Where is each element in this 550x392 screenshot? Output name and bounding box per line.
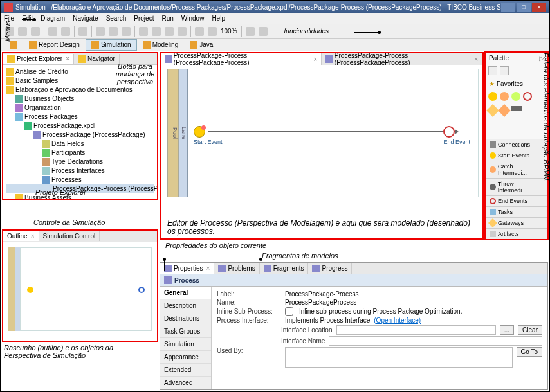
menu-help[interactable]: Help (212, 15, 225, 22)
palette-category-throw[interactable]: Throw Intermedi... (486, 178, 547, 195)
project-tree[interactable]: Análise de CréditoBasic SamplesElaboraçã… (3, 65, 157, 199)
gateway-icon[interactable] (486, 104, 499, 117)
select-tool-icon[interactable] (488, 66, 497, 75)
view-tab-progress[interactable]: Progress (308, 263, 352, 274)
close-button[interactable]: × (532, 3, 546, 12)
favorites-header[interactable]: ★ Favorites (486, 78, 547, 89)
tree-node[interactable]: Basic Samples (6, 76, 154, 85)
tree-node[interactable]: ProcessPackage-Process (ProcessPackagePr… (6, 184, 154, 193)
intermediate-event-icon[interactable] (500, 92, 509, 101)
lane-header[interactable]: Lane (179, 69, 188, 197)
run-icon[interactable] (61, 27, 70, 36)
tree-node[interactable]: Type Declarations (6, 157, 154, 166)
pool-header[interactable]: Pool (167, 69, 179, 197)
palette-category-catch[interactable]: Catch Intermedi... (486, 161, 547, 178)
close-icon[interactable]: × (66, 55, 69, 62)
align-icon[interactable] (178, 27, 187, 36)
align-icon[interactable] (165, 27, 174, 36)
end-event[interactable]: End Event (443, 126, 470, 145)
menu-search[interactable]: Search (106, 15, 127, 22)
palette-category-conn[interactable]: Connections (486, 139, 547, 150)
tree-node[interactable]: Análise de Crédito (6, 67, 154, 76)
zoom-level[interactable]: 100% (221, 28, 237, 35)
menu-window[interactable]: Window (181, 15, 205, 22)
palette-category-start[interactable]: Start Events (486, 150, 547, 161)
palette-category-end[interactable]: End Events (486, 195, 547, 206)
inline-checkbox[interactable] (285, 307, 293, 316)
explorer-tab[interactable]: Project Explorer× (3, 54, 74, 64)
sequence-flow[interactable] (208, 131, 456, 132)
interface-location-input[interactable] (336, 325, 496, 335)
perspective-report-design[interactable]: Report Design (23, 39, 86, 51)
flow-icon[interactable] (511, 106, 522, 111)
tree-node[interactable]: ProcessPackage (ProcessPackage) (6, 130, 154, 139)
goto-button[interactable]: Go To (517, 347, 543, 357)
tool-icon[interactable] (109, 27, 118, 36)
view-tab-properties[interactable]: Properties× (160, 263, 214, 274)
usedby-list[interactable] (285, 347, 513, 368)
tree-node[interactable]: Process Packages (6, 112, 154, 121)
property-tab-destinations[interactable]: Destinations (160, 312, 211, 325)
tree-node[interactable]: Processes (6, 175, 154, 184)
view-tab-fragments[interactable]: Fragments (260, 263, 309, 274)
palette-category-gate[interactable]: Gateways (486, 217, 547, 228)
interface-name-input[interactable] (329, 336, 542, 346)
process-canvas[interactable]: Pool Lane Start Event End Event (161, 65, 482, 238)
tree-node[interactable]: Business Objects (6, 94, 154, 103)
close-icon[interactable]: × (206, 265, 210, 272)
save-icon[interactable] (18, 27, 27, 36)
outline-tab[interactable]: Outline× (3, 231, 39, 241)
tree-node[interactable]: Data Fields (6, 139, 154, 148)
palette-header[interactable]: Palette ▷ (486, 53, 547, 64)
explorer-tab[interactable]: Navigator (74, 54, 120, 64)
nav-icon[interactable] (259, 27, 268, 36)
property-tab-appearance[interactable]: Appearance (160, 351, 211, 364)
perspective-simulation[interactable]: Simulation (86, 39, 137, 51)
align-icon[interactable] (152, 27, 161, 36)
lane-body[interactable]: Start Event End Event (188, 69, 479, 197)
close-icon[interactable]: × (474, 56, 478, 63)
tree-node[interactable]: Business Assets (6, 193, 154, 199)
menu-diagram[interactable]: Diagram (41, 15, 65, 22)
menu-edit[interactable]: Edit (22, 15, 33, 22)
tree-node[interactable]: Elaboração e Aprovação de Documentos (6, 85, 154, 94)
clear-button[interactable]: Clear (518, 325, 542, 335)
view-tab-problems[interactable]: Problems (214, 263, 259, 274)
palette-category-art[interactable]: Artifacts (486, 228, 547, 239)
editor-tab[interactable]: ProcessPackage-Process (ProcessPackagePr… (322, 53, 482, 65)
intermediate-event-icon[interactable] (511, 92, 520, 101)
palette-category-tasks[interactable]: Tasks (486, 206, 547, 217)
tool-icon[interactable] (122, 27, 131, 36)
maximize-button[interactable]: □ (517, 3, 531, 12)
open-interface-link[interactable]: (Open Interface) (374, 317, 421, 324)
property-tab-simulation[interactable]: Simulation (160, 338, 211, 351)
search-icon[interactable] (78, 27, 87, 36)
tree-node[interactable]: Process Interfaces (6, 166, 154, 175)
debug-icon[interactable] (48, 27, 57, 36)
print-icon[interactable] (31, 27, 40, 36)
property-tab-task-groups[interactable]: Task Groups (160, 325, 211, 338)
outline-tab[interactable]: Simulation Control (39, 231, 100, 241)
minimize-button[interactable]: _ (501, 3, 515, 12)
tool-icon[interactable] (96, 27, 105, 36)
menu-run[interactable]: Run (161, 15, 173, 22)
align-icon[interactable] (139, 27, 148, 36)
editor-tab[interactable]: ProcessPackage-Process (ProcessPackagePr… (161, 53, 322, 65)
outline-canvas[interactable] (3, 242, 157, 341)
start-event[interactable]: Start Event (194, 126, 223, 145)
zoom-in-icon[interactable] (195, 27, 204, 36)
perspective-java[interactable]: Java (184, 39, 219, 51)
menu-project[interactable]: Project (134, 15, 154, 22)
close-icon[interactable]: × (313, 56, 317, 63)
property-tab-description[interactable]: Description (160, 299, 211, 312)
gateway-icon[interactable] (498, 104, 511, 117)
property-tab-advanced[interactable]: Advanced (160, 377, 211, 389)
nav-icon[interactable] (246, 27, 255, 36)
perspective-modeling[interactable]: Modeling (137, 39, 185, 51)
end-event-icon[interactable] (523, 92, 532, 101)
tree-node[interactable]: ProcessPackage.xpdl (6, 121, 154, 130)
marquee-tool-icon[interactable] (500, 66, 509, 75)
tree-node[interactable]: Participants (6, 148, 154, 157)
zoom-out-icon[interactable] (208, 27, 217, 36)
browse-button[interactable]: ... (500, 325, 514, 335)
